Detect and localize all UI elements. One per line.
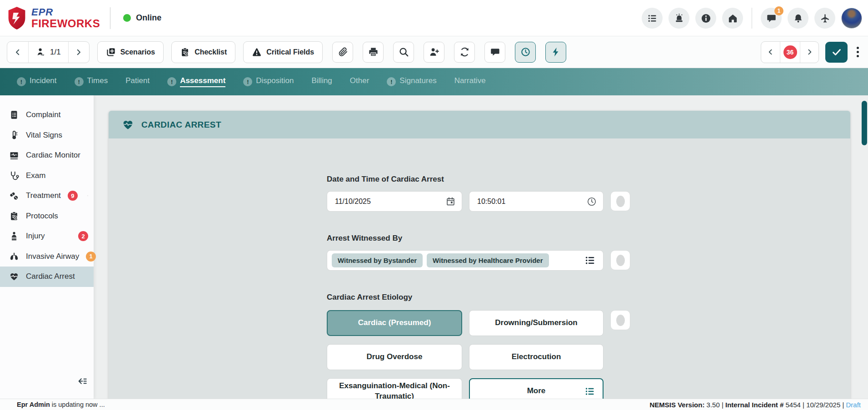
next-record-button[interactable] bbox=[68, 42, 89, 63]
next-issue-button[interactable] bbox=[800, 42, 818, 63]
etiology-option-electrocution[interactable]: Electrocution bbox=[469, 344, 604, 370]
critical-fields-button[interactable]: Critical Fields bbox=[243, 41, 323, 63]
sidebar-item-vital-signs[interactable]: Vital Signs bbox=[0, 125, 94, 146]
more-menu-button[interactable] bbox=[854, 44, 862, 60]
prev-issue-button[interactable] bbox=[761, 42, 780, 63]
sidebar-item-protocols[interactable]: Protocols bbox=[0, 206, 94, 227]
draft-status-link[interactable]: Draft bbox=[846, 401, 861, 409]
witnessed-select[interactable]: Witnessed by Bystander Witnessed by Heal… bbox=[327, 250, 604, 271]
logo-line1: EPR bbox=[31, 7, 100, 17]
etiology-options: Cardiac (Presumed) Drowning/Submersion D… bbox=[327, 310, 604, 399]
etiology-option-drug-overdose[interactable]: Drug Overdose bbox=[327, 344, 462, 370]
print-button[interactable] bbox=[363, 42, 384, 63]
checklist-button[interactable]: Checklist bbox=[171, 41, 235, 63]
add-person-button[interactable] bbox=[424, 42, 444, 63]
list-button[interactable] bbox=[642, 8, 663, 29]
alert-icon: ! bbox=[75, 77, 84, 86]
calendar-icon[interactable] bbox=[446, 197, 455, 206]
info-button[interactable] bbox=[695, 8, 716, 29]
etiology-option-drowning[interactable]: Drowning/Submersion bbox=[469, 310, 604, 336]
sidebar-item-cardiac-arrest[interactable]: Cardiac Arrest bbox=[0, 267, 94, 287]
toolbar: 1/1 Scenarios Checklist Critical Fields bbox=[0, 36, 868, 68]
home-button[interactable] bbox=[722, 8, 743, 29]
record-counter[interactable]: 1/1 bbox=[28, 42, 68, 63]
scenarios-button[interactable]: Scenarios bbox=[97, 41, 164, 63]
quick-actions-button[interactable] bbox=[545, 42, 566, 63]
clock-icon[interactable] bbox=[587, 197, 597, 207]
online-dot-icon bbox=[123, 14, 131, 22]
sidebar-item-exam[interactable]: Exam bbox=[0, 166, 94, 186]
etiology-row: Cardiac (Presumed) Drowning/Submersion D… bbox=[327, 310, 850, 399]
collapse-sidebar-button[interactable] bbox=[78, 376, 87, 386]
refresh-button[interactable] bbox=[454, 42, 475, 63]
chat-button[interactable]: 1 bbox=[761, 8, 782, 29]
tab-patient[interactable]: Patient bbox=[125, 68, 150, 95]
siren-icon bbox=[674, 13, 684, 24]
treatment-badge: 9 bbox=[68, 191, 78, 201]
arrest-date-input[interactable]: 11/10/2025 bbox=[327, 191, 462, 212]
sidebar-item-cardiac-monitor[interactable]: Cardiac Monitor bbox=[0, 145, 94, 166]
arrest-time-input[interactable]: 10:50:01 bbox=[469, 191, 604, 212]
datetime-comment-button[interactable] bbox=[610, 191, 630, 211]
tab-billing[interactable]: Billing bbox=[311, 68, 332, 95]
notifications-button[interactable] bbox=[788, 8, 808, 29]
status-incident-info: NEMSIS Version: 3.50 | Internal Incident… bbox=[650, 401, 861, 409]
record-counter-value: 1/1 bbox=[50, 48, 61, 57]
comment-oval-icon bbox=[616, 196, 625, 207]
clipboard-icon bbox=[9, 211, 19, 221]
epr-shield-logo-icon bbox=[7, 6, 27, 30]
check-icon bbox=[831, 47, 842, 58]
tab-disposition[interactable]: !Disposition bbox=[243, 68, 294, 95]
thermometer-icon bbox=[9, 130, 19, 140]
alert-icon: ! bbox=[17, 77, 26, 86]
printer-icon bbox=[368, 47, 379, 57]
comment-icon bbox=[490, 47, 500, 57]
tab-signatures[interactable]: !Signatures bbox=[387, 68, 436, 95]
tab-assessment[interactable]: !Assessment bbox=[167, 68, 225, 95]
tab-incident[interactable]: !Incident bbox=[17, 68, 57, 95]
etiology-option-cardiac-presumed[interactable]: Cardiac (Presumed) bbox=[327, 310, 462, 336]
tab-narrative[interactable]: Narrative bbox=[454, 68, 486, 95]
tab-other[interactable]: Other bbox=[350, 68, 369, 95]
user-avatar[interactable] bbox=[841, 8, 862, 29]
witnessed-chip[interactable]: Witnessed by Healthcare Provider bbox=[427, 253, 549, 267]
flight-button[interactable] bbox=[814, 8, 835, 29]
list-select-icon bbox=[584, 386, 595, 397]
etiology-option-exsanguination[interactable]: Exsanguination-Medical (Non-Traumatic) bbox=[327, 378, 462, 399]
witnessed-comment-button[interactable] bbox=[610, 250, 630, 270]
incident-number-label: Internal Incident # bbox=[725, 401, 783, 409]
siren-button[interactable] bbox=[668, 8, 689, 29]
section-body: Date and Time of Cardiac Arrest 11/10/20… bbox=[109, 138, 850, 399]
comment-oval-icon bbox=[616, 255, 625, 266]
attachments-button[interactable] bbox=[332, 42, 353, 63]
sidebar-item-treatment[interactable]: Treatment 9 bbox=[0, 186, 94, 206]
validation-count[interactable]: 36 bbox=[780, 42, 800, 63]
status-bar: Epr Admin is updating now ... NEMSIS Ver… bbox=[0, 399, 868, 410]
epr-fireworks-app: EPR FIREWORKS Online 1 bbox=[0, 0, 868, 410]
section-tabbar: !Incident !Times Patient !Assessment !Di… bbox=[0, 68, 868, 95]
injury-icon bbox=[9, 231, 19, 241]
sidebar-item-invasive-airway[interactable]: Invasive Airway 1 bbox=[0, 247, 94, 267]
tab-times[interactable]: !Times bbox=[75, 68, 108, 95]
list-select-icon[interactable] bbox=[584, 255, 596, 266]
sidebar-item-complaint[interactable]: Complaint bbox=[0, 105, 94, 125]
time-tracking-button[interactable] bbox=[515, 42, 536, 63]
search-button[interactable] bbox=[393, 42, 414, 63]
airplane-icon bbox=[820, 13, 830, 24]
etiology-comment-button[interactable] bbox=[610, 310, 630, 330]
lungs-icon bbox=[9, 252, 19, 262]
top-header: EPR FIREWORKS Online 1 bbox=[0, 0, 868, 36]
arrest-date-value: 11/10/2025 bbox=[335, 198, 446, 206]
comments-button[interactable] bbox=[484, 42, 505, 63]
vertical-scrollbar[interactable] bbox=[862, 101, 867, 145]
prev-record-button[interactable] bbox=[7, 42, 28, 63]
witnessed-chip[interactable]: Witnessed by Bystander bbox=[332, 253, 423, 267]
etiology-more-button[interactable]: More bbox=[469, 378, 604, 399]
search-icon bbox=[399, 47, 409, 57]
nemsis-version-label: NEMSIS Version: bbox=[650, 401, 705, 409]
app-logo[interactable]: EPR FIREWORKS bbox=[0, 6, 100, 30]
save-button[interactable] bbox=[825, 42, 848, 63]
sidebar-item-injury[interactable]: Injury 2 bbox=[0, 226, 94, 247]
assessment-sidebar: Complaint Vital Signs Cardiac Monitor Ex… bbox=[0, 95, 94, 399]
patient-icon bbox=[36, 47, 46, 57]
